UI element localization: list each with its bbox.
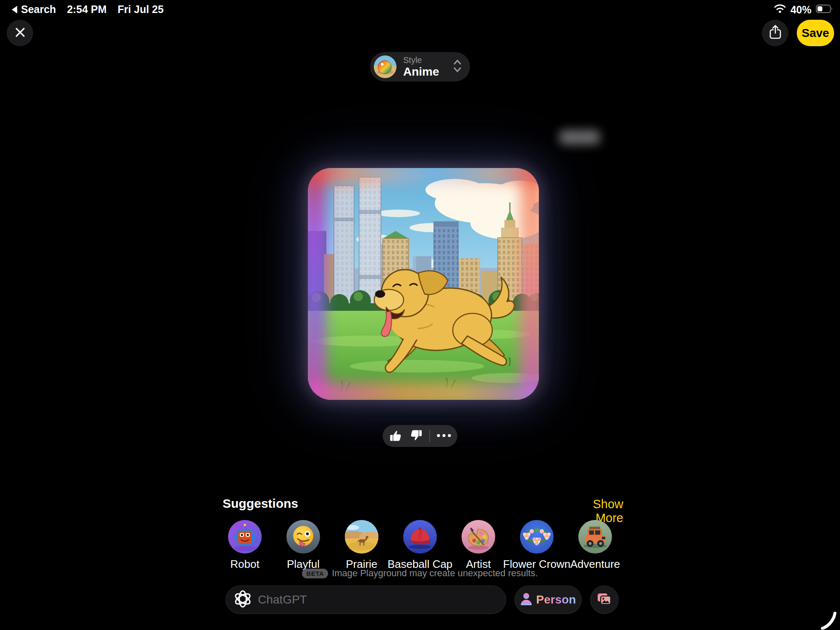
battery-percent: 40% [790,4,811,16]
person-label: Person [536,593,576,606]
wifi-icon [774,3,786,16]
thumbs-up-button[interactable] [388,428,403,444]
thumbs-up-icon [388,428,403,444]
battery-icon [816,4,833,16]
status-bar-right: 40% [774,3,833,16]
suggestions-title: Suggestions [223,496,298,511]
back-label: Search [21,3,56,16]
suggestion-artist[interactable]: Artist [449,520,508,571]
status-bar-left: Search 2:54 PM Fri Jul 25 [12,3,164,16]
share-button[interactable] [762,20,788,46]
style-selector-value: Anime [403,65,439,78]
pencil-stroke [818,609,839,630]
feedback-toolbar [383,425,457,447]
back-icon [12,6,17,13]
chevron-up-down-icon [453,58,462,75]
beta-text: Image Playground may create unexpected r… [332,568,538,579]
style-beachball-icon [374,55,396,78]
divider [429,430,430,442]
chatgpt-prompt-field[interactable] [226,585,506,614]
baseball-cap-icon [403,520,437,554]
beta-notice: BETA Image Playground may create unexpec… [0,568,840,579]
winking-emoji-icon [286,520,320,554]
park-skyline-dog-illustration [308,168,539,400]
paint-palette-icon [462,520,495,554]
flower-crown-icon [520,520,554,554]
more-options-button[interactable] [436,433,452,439]
share-icon [769,25,782,41]
chatgpt-logo-icon [234,590,252,610]
rainbow-border-right [520,168,539,400]
suggestion-flower-crown[interactable]: Flower Crown [508,520,566,571]
suggestions-row: Robot Playful [0,520,840,571]
generated-image[interactable] [308,168,539,400]
suggestion-adventure[interactable]: Adventure [566,520,625,571]
suggestion-robot[interactable]: Robot [216,520,274,571]
thumbs-down-icon [409,428,423,444]
rainbow-border-bottom [308,382,539,400]
rainbow-border-left [308,168,326,400]
photos-icon [597,593,612,607]
thumbs-down-button[interactable] [409,428,423,444]
status-time: 2:54 PM [67,3,106,16]
ellipsis-icon [436,433,452,439]
robot-icon [228,520,262,554]
style-selector-label: Style [403,55,439,65]
close-icon [14,26,26,39]
prairie-landscape-icon [345,520,378,554]
back-to-search-button[interactable]: Search [12,3,56,16]
blurred-label [559,130,600,144]
status-date: Fri Jul 25 [118,3,164,16]
photo-picker-button[interactable] [590,585,619,614]
style-selector[interactable]: Style Anime [370,52,470,81]
save-label: Save [802,26,829,40]
close-button[interactable] [7,20,33,46]
suggestion-playful[interactable]: Playful [274,520,333,571]
person-icon [520,593,532,607]
save-button[interactable]: Save [797,20,834,46]
prompt-input[interactable] [257,593,498,607]
suggestion-prairie[interactable]: Prairie [333,520,391,571]
beta-badge: BETA [302,569,328,578]
jeep-icon [578,520,612,554]
rainbow-border-top [308,168,539,184]
suggestion-baseball-cap[interactable]: Baseball Cap [391,520,449,571]
person-button[interactable]: Person [514,585,582,614]
image-playground-screen: Search 2:54 PM Fri Jul 25 40% [0,0,840,630]
